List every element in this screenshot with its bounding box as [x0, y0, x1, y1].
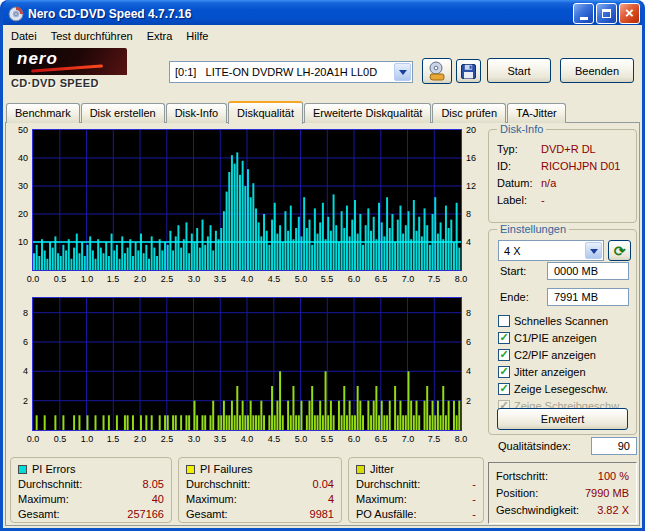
- pi-errors-chart: 1020304050481216200.00.51.01.52.02.53.03…: [8, 127, 486, 291]
- y-axis-tick: 4: [8, 366, 28, 376]
- stat-label: Gesamt:: [18, 508, 60, 520]
- chevron-down-icon[interactable]: [585, 242, 602, 259]
- checkbox-jitter-anzeigen[interactable]: Jitter anzeigen: [498, 365, 586, 379]
- disk-info-label: Label:: [497, 194, 541, 211]
- chart-canvas: [33, 298, 461, 430]
- x-axis-tick: 5.5: [315, 274, 339, 284]
- stat-label: Maximum:: [186, 493, 237, 505]
- logo-brand: nero: [17, 49, 58, 68]
- drive-select-value: [0:1] LITE-ON DVDRW LH-20A1H LL0D: [170, 66, 393, 78]
- disk-info-row-datum: Datum:n/a: [497, 177, 628, 194]
- y2-axis-tick: 8: [466, 308, 471, 318]
- tab-disk-info[interactable]: Disk-Info: [166, 103, 227, 123]
- progress-panel: Fortschritt:100 % Position:7990 MB Gesch…: [488, 462, 637, 524]
- y-axis-tick: 10: [8, 237, 28, 247]
- start-button[interactable]: Start: [487, 58, 551, 83]
- x-axis-tick: 2.5: [155, 434, 179, 444]
- menu-hilfe[interactable]: Hilfe: [179, 27, 215, 45]
- checkbox-label: C1/PIE anzeigen: [514, 332, 597, 344]
- x-axis-tick: 5.5: [315, 434, 339, 444]
- x-axis-tick: 2.5: [155, 274, 179, 284]
- maximize-button[interactable]: [596, 3, 617, 24]
- tab-ta-jitter[interactable]: TA-Jitter: [507, 103, 566, 123]
- drive-select[interactable]: [0:1] LITE-ON DVDRW LH-20A1H LL0D: [169, 61, 413, 83]
- pi-failures-stats: PI Failures Durchschnitt:0.04 Maximum:4 …: [178, 457, 342, 523]
- jitter-stats: Jitter Durchschnitt:- Maximum:- PO Ausfä…: [348, 457, 484, 523]
- refresh-button[interactable]: ⟳: [608, 240, 631, 261]
- advanced-button[interactable]: Erweitert: [497, 408, 628, 430]
- eject-disc-button[interactable]: [422, 58, 452, 84]
- checkbox-box: [498, 315, 510, 327]
- stat-value: 0.04: [313, 478, 334, 490]
- y2-axis-tick: 4: [466, 366, 471, 376]
- tab-erweiterte-diskqualitaet[interactable]: Erweiterte Diskqualität: [304, 103, 431, 123]
- checkbox-label: Schnelles Scannen: [514, 315, 608, 327]
- x-axis-tick: 7.5: [422, 274, 446, 284]
- progress-row: Fortschritt:100 %: [496, 467, 629, 484]
- checkbox-schnelles-scannen[interactable]: Schnelles Scannen: [498, 314, 608, 328]
- jitter-legend-swatch: [356, 465, 365, 474]
- disk-info-group: Disk-Info Typ:DVD+R DL ID:RICOHJPN D01 D…: [488, 129, 637, 223]
- x-axis-tick: 5.0: [289, 274, 313, 284]
- logo-product: CD·DVD SPEED: [9, 75, 127, 93]
- checkbox-label: C2/PIF anzeigen: [514, 349, 596, 361]
- x-axis-tick: 7.0: [396, 434, 420, 444]
- menu-datei[interactable]: Datei: [4, 27, 44, 45]
- pi-failures-chart: 246824680.00.51.01.52.02.53.03.54.04.55.…: [8, 295, 486, 453]
- y2-axis-tick: 6: [466, 337, 471, 347]
- x-axis-tick: 0.5: [48, 274, 72, 284]
- app-icon: [8, 6, 24, 22]
- x-axis-tick: 7.0: [396, 274, 420, 284]
- close-button[interactable]: ×: [619, 3, 640, 24]
- y2-axis-tick: 16: [466, 153, 476, 163]
- y-axis-tick: 2: [8, 396, 28, 406]
- chevron-down-icon[interactable]: [394, 63, 411, 81]
- x-axis-tick: 8.0: [449, 434, 473, 444]
- disk-info-row-id: ID:RICOHJPN D01: [497, 160, 628, 177]
- floppy-save-icon: [461, 64, 476, 79]
- menubar: Datei Test durchführen Extra Hilfe: [3, 25, 642, 46]
- settings-caption: Einstellungen: [497, 223, 569, 235]
- x-axis-tick: 6.5: [369, 434, 393, 444]
- checkbox-box: [498, 332, 510, 344]
- x-axis-tick: 1.0: [75, 434, 99, 444]
- titlebar[interactable]: Nero CD-DVD Speed 4.7.7.16 ×: [3, 0, 642, 25]
- x-axis-tick: 1.0: [75, 274, 99, 284]
- app-window: Nero CD-DVD Speed 4.7.7.16 × Datei Test …: [0, 0, 645, 531]
- end-position-field[interactable]: 7991 MB: [547, 288, 629, 306]
- stat-label: Durchschnitt:: [18, 478, 82, 490]
- disk-info-row-label: Label:-: [497, 194, 628, 211]
- quit-button[interactable]: Beenden: [560, 58, 634, 83]
- x-axis-tick: 4.0: [235, 274, 259, 284]
- y-axis-tick: 30: [8, 181, 28, 191]
- logo-top: nero: [9, 48, 127, 75]
- start-position-field[interactable]: 0000 MB: [547, 262, 629, 280]
- menu-test-durchfuehren[interactable]: Test durchführen: [44, 27, 140, 45]
- save-button[interactable]: [456, 59, 481, 83]
- tab-diskqualitaet[interactable]: Diskqualität: [228, 101, 303, 124]
- quality-index-value: 90: [591, 437, 637, 455]
- disc-icon: [8, 6, 24, 22]
- x-axis-tick: 0.0: [21, 434, 45, 444]
- y2-axis-tick: 4: [466, 237, 471, 247]
- checkbox-zeige-lesegeschw[interactable]: Zeige Lesegeschw.: [498, 382, 608, 396]
- minimize-button[interactable]: [573, 3, 594, 24]
- tab-disc-pruefen[interactable]: Disc prüfen: [432, 103, 506, 123]
- checkbox-c1-pie-anzeigen[interactable]: C1/PIE anzeigen: [498, 331, 597, 345]
- disk-info-caption: Disk-Info: [497, 123, 546, 135]
- menu-extra[interactable]: Extra: [140, 27, 180, 45]
- speed-select[interactable]: 4 X: [498, 240, 604, 261]
- x-axis-tick: 1.5: [101, 274, 125, 284]
- maximize-icon: [602, 9, 611, 18]
- minimize-icon: [580, 17, 588, 20]
- stat-value: -: [472, 478, 476, 490]
- checkbox-c2-pif-anzeigen[interactable]: C2/PIF anzeigen: [498, 348, 596, 362]
- tab-benchmark[interactable]: Benchmark: [6, 103, 80, 123]
- tab-page-diskqualitaet: 1020304050481216200.00.51.01.52.02.53.03…: [5, 122, 640, 526]
- x-axis-tick: 4.5: [262, 434, 286, 444]
- stat-value: -: [472, 493, 476, 505]
- tab-disk-erstellen[interactable]: Disk erstellen: [81, 103, 165, 123]
- x-axis-tick: 2.0: [128, 274, 152, 284]
- close-icon: ×: [625, 5, 634, 20]
- disk-info-value: n/a: [541, 177, 556, 194]
